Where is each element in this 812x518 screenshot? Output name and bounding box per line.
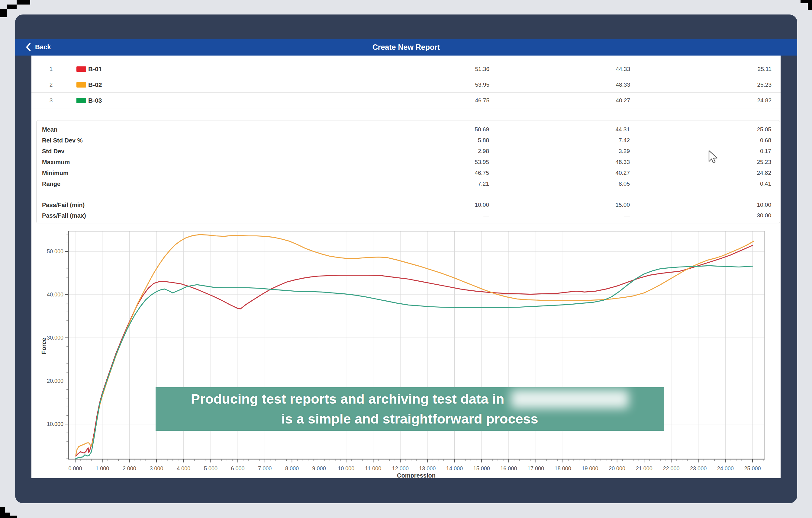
y-tick-label: 40.000 xyxy=(47,292,63,298)
specimen-value: 24.82 xyxy=(723,93,772,108)
blurred-product-name xyxy=(511,390,629,408)
passfail-value: 30.00 xyxy=(723,210,771,221)
x-tick-label: 16.000 xyxy=(500,465,517,471)
specimen-value: 48.33 xyxy=(582,77,630,92)
x-tick-label: 3.000 xyxy=(150,465,164,471)
stats-row: Rel Std Dev %5.887.420.68 xyxy=(36,135,780,146)
series-color-swatch xyxy=(77,82,86,88)
stats-row: Range7.218.050.41 xyxy=(36,178,780,189)
passfail-value: 15.00 xyxy=(581,200,630,210)
force-compression-chart: 0.0001.0002.0003.0004.0005.0006.0007.000… xyxy=(31,224,781,478)
caption-banner: Producing test reports and archiving tes… xyxy=(155,387,664,431)
x-tick-label: 18.000 xyxy=(555,465,571,471)
stat-value: 7.42 xyxy=(581,135,630,146)
stat-label: Rel Std Dev % xyxy=(42,135,83,146)
x-tick-label: 12.000 xyxy=(392,465,409,471)
caption-line-1: Producing test reports and archiving tes… xyxy=(191,389,629,409)
specimen-value: 44.33 xyxy=(582,61,630,77)
stat-value: 0.41 xyxy=(723,178,771,189)
stat-value: 40.27 xyxy=(581,167,630,178)
row-index: 3 xyxy=(47,93,56,108)
specimen-value: 25.23 xyxy=(723,77,772,92)
stat-value: 7.21 xyxy=(441,178,489,189)
x-tick-label: 21.000 xyxy=(636,465,652,471)
row-index: 1 xyxy=(47,61,56,77)
x-tick-label: 10.000 xyxy=(338,465,354,471)
stat-value: 46.75 xyxy=(441,167,489,178)
stats-row: Maximum53.9548.3325.23 xyxy=(36,157,780,167)
specimen-row[interactable]: 1B-0151.3644.3325.11 xyxy=(31,61,781,77)
x-tick-label: 14.000 xyxy=(446,465,463,471)
stat-label: Minimum xyxy=(42,167,68,178)
x-tick-label: 0.000 xyxy=(68,465,82,471)
stats-row: Std Dev2.983.290.17 xyxy=(36,146,780,157)
report-content: 1B-0151.3644.3325.112B-0253.9548.3325.23… xyxy=(31,56,781,478)
x-tick-label: 6.000 xyxy=(231,465,245,471)
passfail-label: Pass/Fail (max) xyxy=(42,210,86,221)
stat-value: 25.05 xyxy=(723,124,771,135)
x-tick-label: 7.000 xyxy=(258,465,271,471)
specimen-label: B-03 xyxy=(88,93,102,108)
stat-label: Mean xyxy=(42,124,57,135)
stat-value: 25.23 xyxy=(723,157,771,167)
series-color-swatch xyxy=(77,98,86,103)
x-tick-label: 24.000 xyxy=(717,465,734,471)
app-window: Back Create New Report 1B-0151.3644.3325… xyxy=(15,14,797,503)
series-color-swatch xyxy=(77,66,86,72)
specimen-value: 53.95 xyxy=(441,77,489,92)
stat-label: Maximum xyxy=(42,157,70,167)
passfail-label: Pass/Fail (min) xyxy=(42,200,85,210)
passfail-value: 10.00 xyxy=(441,200,489,210)
passfail-value: 10.00 xyxy=(723,200,771,210)
passfail-row: Pass/Fail (min)10.0015.0010.00 xyxy=(36,200,780,210)
passfail-value: — xyxy=(581,210,630,221)
specimen-value: 25.11 xyxy=(723,61,772,77)
stat-value: 8.05 xyxy=(581,178,630,189)
stat-value: 48.33 xyxy=(581,157,630,167)
x-tick-label: 1.000 xyxy=(95,465,109,471)
row-index: 2 xyxy=(47,77,56,92)
stat-value: 0.17 xyxy=(723,146,771,157)
specimen-label: B-02 xyxy=(88,77,102,92)
stats-row: Mean50.6944.3125.05 xyxy=(36,124,780,135)
stat-value: 3.29 xyxy=(581,146,630,157)
x-tick-label: 15.000 xyxy=(473,465,490,471)
caption-text-1: Producing test reports and archiving tes… xyxy=(191,389,504,409)
divider xyxy=(36,195,780,195)
x-tick-label: 13.000 xyxy=(419,465,436,471)
x-tick-label: 9.000 xyxy=(312,465,326,471)
statistics-panel: Mean50.6944.3125.05Rel Std Dev %5.887.42… xyxy=(36,120,780,223)
specimen-row[interactable]: 2B-0253.9548.3325.23 xyxy=(31,77,781,93)
y-tick-label: 30.000 xyxy=(47,335,63,341)
stat-value: 0.68 xyxy=(723,135,771,146)
specimen-value: 40.27 xyxy=(582,93,630,108)
x-tick-label: 19.000 xyxy=(581,465,598,471)
caption-text-2: is a simple and straightforward process xyxy=(281,409,538,429)
x-tick-label: 23.000 xyxy=(690,465,706,471)
x-tick-label: 11.000 xyxy=(365,465,381,471)
x-tick-label: 4.000 xyxy=(177,465,190,471)
stats-row: Minimum46.7540.2724.82 xyxy=(36,167,780,178)
passfail-row: Pass/Fail (max)——30.00 xyxy=(36,210,780,221)
stat-value: 50.69 xyxy=(441,124,489,135)
y-axis-title: Force xyxy=(40,338,47,354)
x-axis-title: Compression xyxy=(397,472,436,478)
passfail-value: — xyxy=(441,210,489,221)
stat-value: 53.95 xyxy=(441,157,489,167)
header-bar: Back Create New Report xyxy=(15,39,797,56)
stat-value: 44.31 xyxy=(581,124,630,135)
x-tick-label: 2.000 xyxy=(123,465,136,471)
page-title: Create New Report xyxy=(15,39,797,56)
stat-label: Range xyxy=(42,178,60,189)
x-tick-label: 17.000 xyxy=(527,465,544,471)
x-tick-label: 20.000 xyxy=(609,465,625,471)
specimen-row[interactable]: 3B-0346.7540.2724.82 xyxy=(31,93,781,109)
specimen-value: 46.75 xyxy=(441,93,489,108)
caption-line-2: is a simple and straightforward process xyxy=(281,409,538,429)
stat-value: 2.98 xyxy=(441,146,489,157)
specimen-label: B-01 xyxy=(88,61,102,77)
mouse-cursor-icon xyxy=(706,149,719,166)
y-tick-label: 20.000 xyxy=(47,378,63,384)
stat-value: 5.88 xyxy=(441,135,489,146)
y-tick-label: 10.000 xyxy=(47,421,63,427)
